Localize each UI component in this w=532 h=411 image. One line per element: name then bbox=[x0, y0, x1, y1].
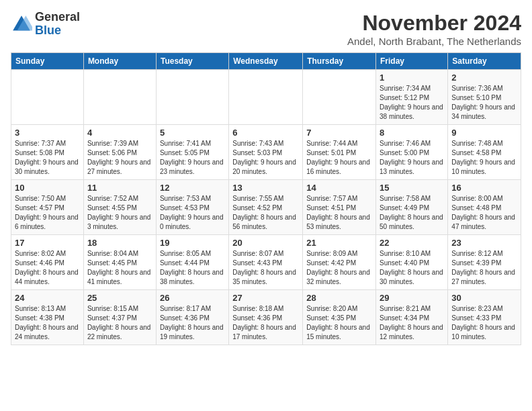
day-info: Sunrise: 8:05 AM Sunset: 4:44 PM Dayligh… bbox=[160, 249, 225, 287]
calendar-table: SundayMondayTuesdayWednesdayThursdayFrid… bbox=[11, 52, 521, 345]
day-info: Sunrise: 7:43 AM Sunset: 5:03 PM Dayligh… bbox=[232, 139, 299, 177]
calendar-week-row: 17Sunrise: 8:02 AM Sunset: 4:46 PM Dayli… bbox=[11, 235, 521, 290]
calendar-day-header: Thursday bbox=[303, 53, 376, 70]
day-number: 28 bbox=[306, 293, 372, 303]
calendar-day-header: Tuesday bbox=[156, 53, 228, 70]
calendar-cell bbox=[83, 70, 156, 125]
calendar-cell: 16Sunrise: 8:00 AM Sunset: 4:48 PM Dayli… bbox=[448, 180, 521, 235]
calendar-header-row: SundayMondayTuesdayWednesdayThursdayFrid… bbox=[11, 53, 521, 70]
day-number: 1 bbox=[380, 73, 444, 83]
calendar-cell: 28Sunrise: 8:20 AM Sunset: 4:35 PM Dayli… bbox=[303, 290, 376, 345]
day-info: Sunrise: 7:34 AM Sunset: 5:12 PM Dayligh… bbox=[380, 84, 444, 122]
calendar-cell: 23Sunrise: 8:12 AM Sunset: 4:39 PM Dayli… bbox=[448, 235, 521, 290]
calendar-week-row: 10Sunrise: 7:50 AM Sunset: 4:57 PM Dayli… bbox=[11, 180, 521, 235]
page-header: General Blue November 2024 Andel, North … bbox=[11, 11, 521, 47]
day-number: 3 bbox=[15, 128, 80, 138]
day-number: 18 bbox=[87, 238, 152, 248]
calendar-cell: 27Sunrise: 8:18 AM Sunset: 4:36 PM Dayli… bbox=[229, 290, 303, 345]
calendar-day-header: Monday bbox=[83, 53, 156, 70]
calendar-cell: 25Sunrise: 8:15 AM Sunset: 4:37 PM Dayli… bbox=[83, 290, 156, 345]
day-number: 20 bbox=[232, 238, 299, 248]
day-info: Sunrise: 7:39 AM Sunset: 5:06 PM Dayligh… bbox=[87, 139, 152, 177]
day-number: 5 bbox=[160, 128, 225, 138]
calendar-cell: 18Sunrise: 8:04 AM Sunset: 4:45 PM Dayli… bbox=[83, 235, 156, 290]
day-info: Sunrise: 7:37 AM Sunset: 5:08 PM Dayligh… bbox=[15, 139, 80, 177]
day-number: 4 bbox=[87, 128, 152, 138]
day-number: 8 bbox=[380, 128, 444, 138]
day-number: 25 bbox=[87, 293, 152, 303]
calendar-cell: 7Sunrise: 7:44 AM Sunset: 5:01 PM Daylig… bbox=[303, 125, 376, 180]
logo-text: General Blue bbox=[35, 11, 80, 38]
day-info: Sunrise: 8:18 AM Sunset: 4:36 PM Dayligh… bbox=[232, 304, 299, 342]
calendar-day-header: Sunday bbox=[11, 53, 84, 70]
day-number: 13 bbox=[232, 183, 299, 193]
day-info: Sunrise: 8:13 AM Sunset: 4:38 PM Dayligh… bbox=[15, 304, 80, 342]
month-title: November 2024 bbox=[347, 11, 521, 36]
calendar-week-row: 24Sunrise: 8:13 AM Sunset: 4:38 PM Dayli… bbox=[11, 290, 521, 345]
calendar-cell: 26Sunrise: 8:17 AM Sunset: 4:36 PM Dayli… bbox=[156, 290, 228, 345]
calendar-day-header: Saturday bbox=[448, 53, 521, 70]
calendar-cell: 20Sunrise: 8:07 AM Sunset: 4:43 PM Dayli… bbox=[229, 235, 303, 290]
calendar-cell: 10Sunrise: 7:50 AM Sunset: 4:57 PM Dayli… bbox=[11, 180, 84, 235]
title-area: November 2024 Andel, North Brabant, The … bbox=[347, 11, 521, 47]
day-info: Sunrise: 7:36 AM Sunset: 5:10 PM Dayligh… bbox=[451, 84, 517, 122]
calendar-cell: 17Sunrise: 8:02 AM Sunset: 4:46 PM Dayli… bbox=[11, 235, 84, 290]
day-number: 15 bbox=[380, 183, 444, 193]
calendar-cell: 19Sunrise: 8:05 AM Sunset: 4:44 PM Dayli… bbox=[156, 235, 228, 290]
day-info: Sunrise: 7:53 AM Sunset: 4:53 PM Dayligh… bbox=[160, 194, 225, 232]
day-info: Sunrise: 7:44 AM Sunset: 5:01 PM Dayligh… bbox=[306, 139, 372, 177]
day-info: Sunrise: 8:00 AM Sunset: 4:48 PM Dayligh… bbox=[451, 194, 517, 232]
day-info: Sunrise: 8:23 AM Sunset: 4:33 PM Dayligh… bbox=[451, 304, 517, 342]
day-number: 9 bbox=[451, 128, 517, 138]
day-number: 29 bbox=[380, 293, 444, 303]
day-info: Sunrise: 8:12 AM Sunset: 4:39 PM Dayligh… bbox=[451, 249, 517, 287]
day-number: 24 bbox=[15, 293, 80, 303]
day-number: 14 bbox=[306, 183, 372, 193]
day-info: Sunrise: 8:02 AM Sunset: 4:46 PM Dayligh… bbox=[15, 249, 80, 287]
calendar-week-row: 1Sunrise: 7:34 AM Sunset: 5:12 PM Daylig… bbox=[11, 70, 521, 125]
day-info: Sunrise: 7:52 AM Sunset: 4:55 PM Dayligh… bbox=[87, 194, 152, 232]
day-number: 17 bbox=[15, 238, 80, 248]
day-number: 22 bbox=[380, 238, 444, 248]
day-info: Sunrise: 8:21 AM Sunset: 4:34 PM Dayligh… bbox=[380, 304, 444, 342]
day-info: Sunrise: 8:09 AM Sunset: 4:42 PM Dayligh… bbox=[306, 249, 372, 287]
calendar-cell: 2Sunrise: 7:36 AM Sunset: 5:10 PM Daylig… bbox=[448, 70, 521, 125]
day-number: 12 bbox=[160, 183, 225, 193]
day-number: 11 bbox=[87, 183, 152, 193]
day-number: 26 bbox=[160, 293, 225, 303]
calendar-cell bbox=[303, 70, 376, 125]
calendar-cell: 14Sunrise: 7:57 AM Sunset: 4:51 PM Dayli… bbox=[303, 180, 376, 235]
calendar-day-header: Friday bbox=[376, 53, 448, 70]
calendar-cell: 8Sunrise: 7:46 AM Sunset: 5:00 PM Daylig… bbox=[376, 125, 448, 180]
calendar-cell: 1Sunrise: 7:34 AM Sunset: 5:12 PM Daylig… bbox=[376, 70, 448, 125]
calendar-cell: 9Sunrise: 7:48 AM Sunset: 4:58 PM Daylig… bbox=[448, 125, 521, 180]
day-number: 21 bbox=[306, 238, 372, 248]
calendar-week-row: 3Sunrise: 7:37 AM Sunset: 5:08 PM Daylig… bbox=[11, 125, 521, 180]
day-number: 2 bbox=[451, 73, 517, 83]
calendar-cell: 4Sunrise: 7:39 AM Sunset: 5:06 PM Daylig… bbox=[83, 125, 156, 180]
logo-general: General bbox=[35, 10, 80, 24]
calendar-body: 1Sunrise: 7:34 AM Sunset: 5:12 PM Daylig… bbox=[11, 70, 521, 345]
calendar-cell bbox=[229, 70, 303, 125]
calendar-cell: 3Sunrise: 7:37 AM Sunset: 5:08 PM Daylig… bbox=[11, 125, 84, 180]
location-title: Andel, North Brabant, The Netherlands bbox=[347, 36, 521, 47]
day-info: Sunrise: 7:46 AM Sunset: 5:00 PM Dayligh… bbox=[380, 139, 444, 177]
day-info: Sunrise: 7:50 AM Sunset: 4:57 PM Dayligh… bbox=[15, 194, 80, 232]
calendar-cell: 11Sunrise: 7:52 AM Sunset: 4:55 PM Dayli… bbox=[83, 180, 156, 235]
day-number: 10 bbox=[15, 183, 80, 193]
day-info: Sunrise: 8:10 AM Sunset: 4:40 PM Dayligh… bbox=[380, 249, 444, 287]
calendar-cell: 5Sunrise: 7:41 AM Sunset: 5:05 PM Daylig… bbox=[156, 125, 228, 180]
day-info: Sunrise: 8:07 AM Sunset: 4:43 PM Dayligh… bbox=[232, 249, 299, 287]
day-number: 27 bbox=[232, 293, 299, 303]
day-number: 19 bbox=[160, 238, 225, 248]
calendar-cell: 12Sunrise: 7:53 AM Sunset: 4:53 PM Dayli… bbox=[156, 180, 228, 235]
logo: General Blue bbox=[11, 11, 80, 38]
calendar-cell: 29Sunrise: 8:21 AM Sunset: 4:34 PM Dayli… bbox=[376, 290, 448, 345]
calendar-cell: 30Sunrise: 8:23 AM Sunset: 4:33 PM Dayli… bbox=[448, 290, 521, 345]
day-info: Sunrise: 8:20 AM Sunset: 4:35 PM Dayligh… bbox=[306, 304, 372, 342]
day-info: Sunrise: 8:17 AM Sunset: 4:36 PM Dayligh… bbox=[160, 304, 225, 342]
day-number: 16 bbox=[451, 183, 517, 193]
calendar-cell bbox=[11, 70, 84, 125]
logo-blue: Blue bbox=[35, 24, 61, 37]
logo-icon bbox=[11, 13, 32, 35]
